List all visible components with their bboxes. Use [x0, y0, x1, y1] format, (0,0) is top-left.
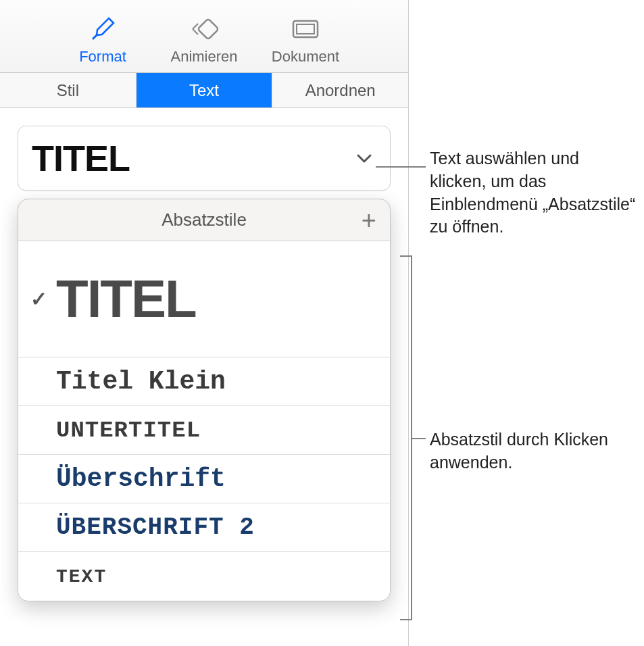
callout-bracket	[400, 255, 412, 620]
callout-bracket-arm	[412, 438, 426, 439]
popover-body: ✓ TITEL Titel Klein UNTERTITEL Überschri…	[18, 241, 390, 601]
style-row-ueberschrift-2[interactable]: ÜBERSCHRIFT 2	[18, 503, 390, 552]
text-inspector-content: TITEL Absatzstile + ✓ TITEL	[0, 108, 408, 191]
style-row-untertitel[interactable]: UNTERTITEL	[18, 406, 390, 455]
toolbar-animate-button[interactable]: Animieren	[164, 13, 245, 66]
current-style-label: TITEL	[32, 137, 130, 179]
toolbar: Format Animieren Dokument	[0, 0, 408, 73]
toolbar-format-button[interactable]: Format	[62, 13, 143, 66]
toolbar-animate-label: Animieren	[170, 48, 237, 66]
checkmark-icon: ✓	[30, 287, 56, 311]
tab-style-label: Stil	[57, 81, 79, 100]
style-row-titel[interactable]: ✓ TITEL	[18, 241, 390, 357]
chevron-down-icon	[355, 149, 374, 168]
popover-title: Absatzstile	[162, 209, 247, 230]
style-row-text[interactable]: TEXT	[18, 552, 390, 601]
callout-list-hint: Absatzstil durch Klicken anwenden.	[430, 428, 633, 474]
toolbar-format-label: Format	[79, 48, 126, 66]
animate-icon	[189, 13, 220, 45]
add-style-button[interactable]: +	[362, 207, 376, 233]
callout-leader-line	[376, 166, 426, 168]
svg-rect-0	[197, 18, 218, 39]
tab-arrange[interactable]: Anordnen	[272, 73, 408, 107]
inspector-tabs: Stil Text Anordnen	[0, 73, 408, 108]
style-label: TITEL	[56, 274, 375, 324]
style-row-titel-klein[interactable]: Titel Klein	[18, 357, 390, 406]
svg-rect-2	[297, 24, 314, 34]
paragraph-styles-popover: Absatzstile + ✓ TITEL Titel Klein UNTERT…	[18, 199, 391, 601]
plus-icon: +	[362, 206, 376, 234]
callout-dropdown-hint: Text auswählen und klicken, um das Einbl…	[430, 147, 639, 239]
paragraph-style-dropdown[interactable]: TITEL	[18, 126, 391, 191]
style-label: Überschrift	[56, 464, 375, 493]
style-label: UNTERTITEL	[56, 418, 375, 443]
style-row-ueberschrift[interactable]: Überschrift	[18, 455, 390, 503]
style-label: ÜBERSCHRIFT 2	[56, 514, 375, 541]
inspector-panel: Format Animieren Dokument Stil Text	[0, 0, 409, 646]
style-label: Titel Klein	[56, 367, 375, 396]
toolbar-document-button[interactable]: Dokument	[265, 13, 346, 66]
tab-text[interactable]: Text	[137, 73, 273, 107]
tab-arrange-label: Anordnen	[305, 81, 376, 100]
toolbar-document-label: Dokument	[272, 48, 339, 66]
tab-style[interactable]: Stil	[0, 73, 137, 107]
style-label: TEXT	[56, 566, 375, 587]
document-icon	[291, 13, 320, 45]
popover-header: Absatzstile +	[18, 199, 390, 241]
tab-text-label: Text	[189, 81, 219, 100]
paintbrush-icon	[89, 13, 117, 45]
